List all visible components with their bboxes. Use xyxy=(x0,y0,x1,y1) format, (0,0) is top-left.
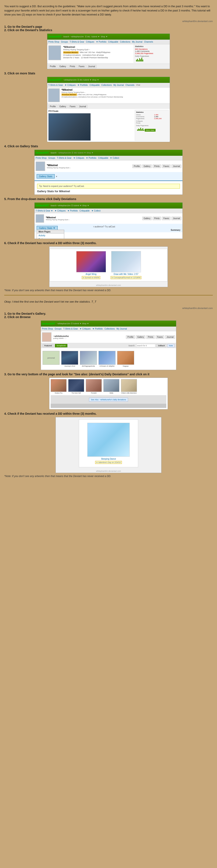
avatar-4 xyxy=(36,214,44,223)
step-6-heading: 6. Check if the Deviant has received a D… xyxy=(4,241,213,245)
scrapbook-tab[interactable]: Scrapbook xyxy=(55,344,67,347)
dropdown-area: Gallery Stats ▼ More Pages Activity Badg… xyxy=(35,224,182,232)
tab-journal-4[interactable]: Journal xyxy=(172,217,181,220)
see-also-stella[interactable]: Stella xyxy=(103,379,119,394)
content-section-2: ITH Finale Statistics Views: 1,490 Comme… xyxy=(47,109,170,142)
tab-journal-1[interactable]: Journal xyxy=(87,65,97,68)
see-also-houtou[interactable]: Houtou Feu xyxy=(51,379,66,394)
draw-with-me-title: Draw with Me :Video: 2:57 xyxy=(110,273,142,275)
tab-profile-3[interactable]: Profile xyxy=(132,164,141,168)
tab-gallery-6[interactable]: Gallery xyxy=(136,335,146,339)
user-tag-1: #CreativeAnimations Animations from all … xyxy=(63,54,133,56)
tab-profile-6[interactable]: Profile xyxy=(126,335,135,339)
user-tag-2: #CreativeAnimations | Animations from al… xyxy=(61,96,169,98)
sidebar-btn[interactable]: SidBack xyxy=(157,344,166,347)
tab-gallery-1[interactable]: Gallery xyxy=(58,65,68,68)
tab-bar-6: Profile Gallery Prints Faves Journal xyxy=(126,335,175,339)
tab-prints-6[interactable]: Prints xyxy=(146,335,155,339)
tab-faves-6[interactable]: Faves xyxy=(156,335,164,339)
more-pages-header: More Pages xyxy=(37,230,64,234)
user-meta-2: Premium Member | Mike Inel | DD Fan | #I… xyxy=(61,94,169,96)
dropdown-content: More Pages Activity Badges Daily Deviati… xyxy=(37,230,64,239)
see-also-stella-label: Stella xyxy=(103,392,119,394)
tab-faves-4[interactable]: Faves xyxy=(162,217,170,220)
search-input-6[interactable] xyxy=(136,344,155,347)
premium-badge-1: Premium Member xyxy=(63,51,79,54)
thumb-ragna[interactable]: Alt.Ragnapetrolia xyxy=(80,351,97,367)
mini-chart-1 xyxy=(136,57,143,61)
gallery-stats-dropdown-btn[interactable]: Gallery Stats ▼ xyxy=(37,226,58,230)
dd-artwork-draw: Draw with Me :Video: 2:57 in Conceptual/… xyxy=(110,251,142,279)
thumb-ragna-title: Alt.Ragnapetrolia xyxy=(80,365,97,367)
footer-bar xyxy=(51,404,166,408)
see-also-chikas-label: Chika's Little Adventure xyxy=(121,392,137,394)
angel-wing-title: Angel Wing xyxy=(75,273,107,275)
intro-attribution: whitephant0m.deviantart.com xyxy=(4,20,213,23)
screenshot-7: Houtou Feu The Inner Self Femalist Stell… xyxy=(49,378,168,409)
thumb-personal[interactable]: personal xyxy=(42,351,60,367)
tab-journal-2[interactable]: Journal xyxy=(78,105,88,108)
see-also-outer: Houtou Feu The Inner Self Femalist Stell… xyxy=(50,378,167,409)
nav-361-1: ☰ 361 xyxy=(85,36,91,38)
screenshot-5: Angel Wing in Surreal on 6/6/09 Draw wit… xyxy=(49,246,168,287)
extended-stats-panel: Statistics Views: 1,490 Comments: 1,490 … xyxy=(135,110,169,141)
tab-profile-1[interactable]: Profile xyxy=(48,65,57,68)
angel-wing-image xyxy=(76,251,106,272)
tab-bar-2: Profile Gallery Faves Journal xyxy=(47,104,170,109)
tab-prints-4[interactable]: Prints xyxy=(153,217,161,220)
thumb-jellyfish[interactable]: A Dream of Jellyfish xyxy=(98,351,116,367)
see-also-femalist-label: Femalist xyxy=(86,392,102,394)
sleeping-dance-image xyxy=(87,423,130,457)
see-also-houtou-label: Houtou Feu xyxy=(51,392,66,394)
username-6: ~whitekuneho xyxy=(53,335,69,337)
gallery-thumbs-6: personal Journey's End Alt.Ragnapetrolia… xyxy=(42,350,175,368)
tab-faves-1[interactable]: Faves xyxy=(78,65,86,68)
tab-journal-6[interactable]: Journal xyxy=(165,335,175,339)
see-also-dd-link[interactable]: See Also: ~whitekuneho's daily deviation… xyxy=(89,398,128,402)
tab-gallery-2[interactable]: Gallery xyxy=(58,105,68,108)
tab-bar-3: Profile Gallery Prints Faves Journal xyxy=(132,164,181,168)
dropdown-activity[interactable]: Activity xyxy=(37,234,64,237)
sleeping-dance-date: in Valentine's Day on 2/24/10 xyxy=(95,461,122,464)
gallery-stats-title: Gallery Stats for Mikeinel xyxy=(37,190,180,193)
tip-box: Tip: Need to expand your audience? Try a… xyxy=(37,184,180,189)
see-also-chikas[interactable]: Chika's Little Adventure xyxy=(121,379,137,394)
see-also-inner-label: The Inner Self xyxy=(68,392,84,394)
step-1-2-heading: 1. Go to the Deviant's page 2. Click on … xyxy=(4,25,213,32)
tab-bar-4: Gallery Prints Faves Journal xyxy=(142,217,181,220)
see-also-inner-self[interactable]: The Inner Self xyxy=(68,379,84,394)
see-also-femalist[interactable]: Femalist xyxy=(86,379,102,394)
profile-section-1: *Mikeinel Walang Hiyang Tangang Epal— Pr… xyxy=(47,44,170,63)
avatar-3 xyxy=(36,161,45,171)
tab-faves-2[interactable]: Faves xyxy=(68,105,77,108)
more-stats-button[interactable]: More Stats xyxy=(145,129,156,132)
tab-gallery-4[interactable]: Gallery xyxy=(142,217,152,220)
tab-faves-3[interactable]: Faves xyxy=(162,164,170,168)
dropdown-badges[interactable]: Badges xyxy=(37,237,64,239)
featured-tab[interactable]: Featured xyxy=(42,344,54,347)
ith-finale-img xyxy=(48,113,91,141)
note-btn[interactable]: Note xyxy=(167,344,175,347)
da-nav-bar-2: T-Shirts & Gear ▼ Critiques ▼ Portfolio … xyxy=(47,83,170,88)
tab-prints-1[interactable]: Prints xyxy=(68,65,77,68)
profile-row-6: ~whitekuneho pulling rabbits ~.~ Profile… xyxy=(41,331,176,343)
tab-gallery-3[interactable]: Gallery xyxy=(142,164,152,168)
stats-panel-1: Statistics 900 Deviations 1,490 Comments… xyxy=(134,44,170,63)
sleeping-dance-title: Sleeping Dance xyxy=(82,458,135,460)
thumb-jellyfish-title: A Dream of Jellyfish xyxy=(98,365,116,367)
tab-prints-3[interactable]: Prints xyxy=(153,164,161,168)
da-header-2: deviantART ~whitephan10m ☰ 361 Submit ▼ … xyxy=(47,77,170,83)
search-bar-1[interactable]: Search xyxy=(63,36,69,38)
dd-gallery: Angel Wing in Surreal on 6/6/09 Draw wit… xyxy=(50,249,167,281)
gallery-stats-tab[interactable]: Gallery Stats xyxy=(37,174,55,179)
tab-profile-2[interactable]: Profile xyxy=(48,105,57,108)
mini-chart-2 xyxy=(137,126,144,131)
angel-wing-date: in Surreal on 6/6/09 xyxy=(82,276,100,279)
adcast-tip: r audience? Try adCast xyxy=(93,225,115,228)
tab-journal-3[interactable]: Journal xyxy=(172,164,181,168)
username-2: *Mikeinel xyxy=(61,88,169,91)
thumb-journey[interactable]: Journey's End xyxy=(61,351,78,367)
thumb-kagoya[interactable]: Kagoya xyxy=(117,351,134,367)
gallery-attribution-1: whitephant0m.deviantart.com xyxy=(50,283,167,287)
username-1: *Mikeinel xyxy=(63,45,133,49)
